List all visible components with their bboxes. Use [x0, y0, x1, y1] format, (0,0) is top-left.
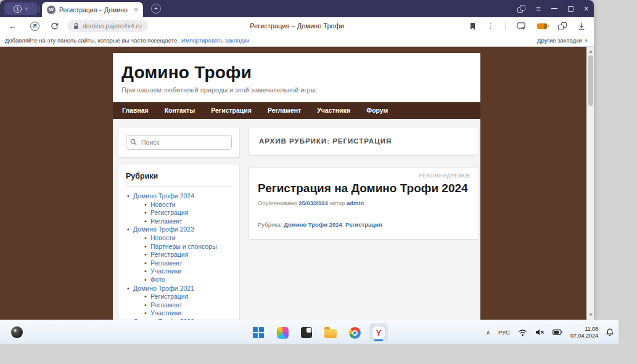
taskbar-widget-icon[interactable]: [11, 326, 23, 338]
new-tab-button[interactable]: +: [151, 4, 161, 14]
yandex-home-button[interactable]: Я: [30, 22, 39, 31]
subcategory-item: Регистрация: [143, 251, 232, 259]
post-date-link[interactable]: 25/03/2024: [298, 200, 328, 206]
sidebar: Рубрики Домино Трофи 2024НовостиРегистра…: [118, 127, 240, 320]
nav-item[interactable]: Контакты: [157, 102, 203, 119]
post-category-link[interactable]: Регистрация: [345, 221, 382, 228]
categories-widget-title: Рубрики: [126, 172, 232, 187]
tray-time: 11:08: [570, 326, 598, 333]
tab-panel-icon[interactable]: [517, 5, 525, 13]
chrome-icon: [349, 327, 361, 339]
window-minimize-button[interactable]: [551, 8, 557, 9]
post-category-link[interactable]: Домино Трофи 2024: [284, 221, 342, 228]
subcategory-link[interactable]: Регистрация: [150, 251, 188, 258]
tab-close-icon[interactable]: ×: [134, 6, 138, 14]
energy-saver-icon[interactable]: [537, 23, 547, 29]
bookmark-flag-icon[interactable]: [469, 22, 476, 30]
other-bookmarks-button[interactable]: Другие закладки ∨: [537, 37, 588, 44]
category-link[interactable]: Домино Трофи 2024: [133, 192, 194, 200]
subcategory-link[interactable]: Участники: [150, 309, 181, 317]
search-widget: [118, 127, 240, 158]
subcategory-item: Регламент: [143, 301, 232, 310]
scroll-down-arrow[interactable]: [589, 313, 593, 317]
tab-title: Регистрация – Домино: [59, 6, 130, 14]
post-author-link[interactable]: admin: [347, 200, 364, 206]
subcategory-link[interactable]: Партнеры и спонсоры: [150, 243, 217, 250]
pinned-app-colorful[interactable]: [273, 323, 292, 342]
page-viewport: Домино Трофи Приглашаем любителей природ…: [0, 47, 594, 320]
active-tab[interactable]: W Регистрация – Домино ×: [42, 2, 143, 17]
tab-counter-badge: 1: [14, 5, 22, 13]
windows-start-icon: [253, 327, 264, 338]
post-title-link[interactable]: Регистрация на Домино Трофи 2024: [258, 182, 470, 195]
scroll-up-arrow[interactable]: [589, 50, 593, 53]
site-tagline: Приглашаем любителей природы и этой заме…: [121, 86, 472, 94]
subcategory-link[interactable]: Регистрация: [150, 209, 188, 216]
subcategory-link[interactable]: Регламент: [150, 301, 183, 309]
wifi-icon[interactable]: [518, 329, 527, 336]
category-link[interactable]: Домино Трофи 2023: [133, 225, 194, 233]
subcategory-link[interactable]: Фото: [150, 276, 165, 283]
import-bookmarks-link[interactable]: Импортировать закладки: [181, 37, 250, 44]
chevron-down-icon[interactable]: ∨: [25, 6, 28, 12]
nav-item[interactable]: Форум: [358, 102, 396, 119]
tab-group-button[interactable]: 1 ∨: [4, 2, 38, 15]
browser-toolbar: ← Я domino.pajero4x4.ru Регистрация – До…: [0, 17, 594, 34]
pinned-app-dark[interactable]: [297, 323, 316, 342]
language-indicator[interactable]: РУС: [498, 329, 510, 336]
subcategory-item: Регистрация: [143, 293, 232, 301]
browser-menu-icon[interactable]: ≡: [536, 4, 541, 14]
post-meta: Опубликовано 25/03/2024 автор admin: [258, 200, 470, 206]
subcategory-link[interactable]: Регистрация: [150, 293, 188, 300]
featured-badge: РЕКОМЕНДУЕМОЕ: [419, 172, 471, 179]
site-title-link[interactable]: Домино Трофи: [121, 63, 472, 83]
main-column: АРХИВ РУБРИКИ: РЕГИСТРАЦИЯ РЕКОМЕНДУЕМОЕ…: [249, 127, 479, 320]
url-text: domino.pajero4x4.ru: [83, 22, 142, 30]
site-navigation: ГлавнаяКонтактыРегистрацияРегламентУчаст…: [113, 102, 480, 119]
hidden-icons-chevron[interactable]: ∧: [486, 330, 490, 336]
subcategory-item: Фото: [143, 276, 232, 285]
back-button[interactable]: ←: [9, 22, 17, 31]
chrome-button[interactable]: [345, 323, 364, 342]
subcategory-link[interactable]: Регламент: [150, 217, 183, 225]
subcategory-link[interactable]: Новости: [150, 201, 176, 208]
collections-icon[interactable]: [558, 22, 567, 30]
content-area: Рубрики Домино Трофи 2024НовостиРегистра…: [113, 119, 480, 320]
downloads-icon[interactable]: [578, 22, 585, 30]
screenshot-tool-icon[interactable]: [517, 22, 526, 30]
address-bar[interactable]: domino.pajero4x4.ru: [67, 20, 148, 32]
start-button[interactable]: [249, 323, 268, 342]
nav-item[interactable]: Регламент: [260, 102, 309, 119]
scrollbar-thumb[interactable]: [588, 55, 593, 106]
window-maximize-button[interactable]: [568, 6, 573, 12]
refresh-button[interactable]: [51, 22, 59, 30]
bookmarks-bar: Добавляйте на эту панель сайты, которые …: [0, 34, 594, 47]
colorful-app-icon: [277, 327, 289, 339]
yandex-browser-button[interactable]: Y: [369, 323, 388, 342]
subcategory-link[interactable]: Участники: [150, 267, 181, 275]
subcategory-item: Партнеры и спонсоры: [143, 243, 232, 251]
battery-icon[interactable]: [553, 330, 562, 335]
volume-muted-icon[interactable]: [535, 329, 545, 336]
toolbar-divider: [505, 22, 506, 30]
clock[interactable]: 11:08 07.04.2024: [570, 326, 598, 339]
tray-date: 07.04.2024: [570, 333, 598, 339]
post-categories: Рубрика: Домино Трофи 2024, Регистрация: [258, 221, 470, 228]
extensions-menu-icon[interactable]: ⋮: [487, 22, 494, 30]
nav-item[interactable]: Главная: [114, 102, 157, 119]
file-explorer-button[interactable]: [321, 323, 340, 342]
category-link[interactable]: Домино Трофи 2021: [133, 285, 194, 292]
search-icon: [130, 139, 137, 145]
folder-icon: [324, 329, 337, 338]
wordpress-favicon: W: [47, 6, 55, 14]
search-input[interactable]: [126, 135, 232, 150]
nav-item[interactable]: Участники: [309, 102, 358, 119]
bookmarks-hint: Добавляйте на эту панель сайты, которые …: [5, 37, 179, 44]
subcategory-link[interactable]: Регламент: [150, 259, 183, 267]
nav-item[interactable]: Регистрация: [203, 102, 260, 119]
subcategory-link[interactable]: Новости: [150, 234, 176, 241]
window-close-button[interactable]: ×: [584, 4, 589, 13]
lock-icon: [73, 23, 79, 30]
notifications-bell-icon[interactable]: [606, 328, 614, 336]
page-scrollbar[interactable]: [586, 47, 594, 320]
